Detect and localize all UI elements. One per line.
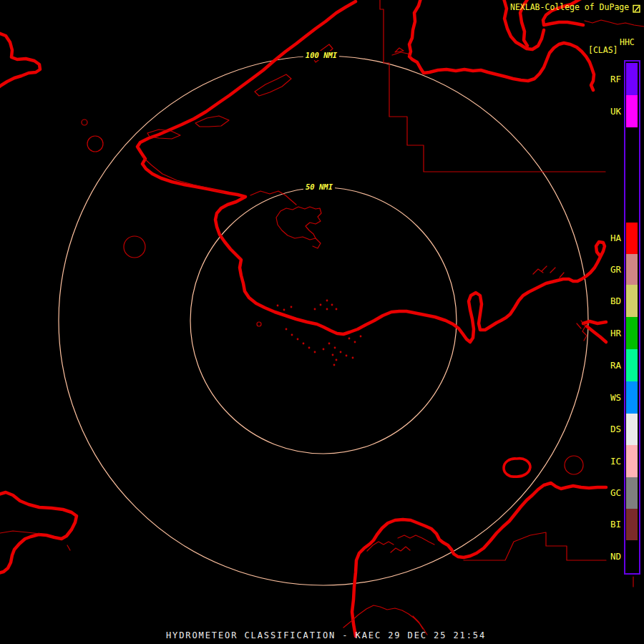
legend-swatch-IC — [626, 445, 638, 477]
legend-swatch-DS — [626, 414, 638, 445]
legend-swatch-BD — [626, 285, 638, 317]
legend-swatch-RA — [626, 349, 638, 381]
status-text: HYDROMETEOR CLASSIFICATION - KAEC 29 DEC… — [166, 630, 486, 640]
legend-swatch-HR — [626, 317, 638, 349]
product-tag: [CLAS] — [588, 45, 618, 55]
legend-label-BI: BI — [601, 519, 621, 530]
legend-swatch-GC — [626, 477, 638, 509]
boundaries-thin — [0, 0, 644, 635]
radar-screen: NEXLAB-College of DuPage HHC [CLAS] 100 … — [0, 0, 644, 644]
legend-swatch-HA — [626, 223, 638, 254]
legend-label-HA: HA — [601, 233, 621, 243]
legend-label-BD: BD — [601, 296, 621, 306]
legend-label-WS: WS — [601, 393, 621, 403]
legend-label-DS: DS — [601, 424, 621, 434]
legend-swatch-ND — [626, 540, 638, 572]
legend-swatch-WS — [626, 381, 638, 414]
legend-label-HR: HR — [601, 328, 621, 338]
legend-label-GC: GC — [601, 488, 621, 498]
nexlab-logo-icon — [633, 3, 641, 16]
legend-label-IC: IC — [601, 457, 621, 467]
range-label-100nmi: 100 NMI — [303, 51, 339, 60]
range-ring-50nmi — [190, 187, 457, 454]
radar-map — [0, 0, 644, 644]
legend-label-RF: RF — [601, 74, 621, 84]
legend-swatch-RF — [626, 63, 638, 95]
legend-swatch-UK — [626, 95, 638, 127]
product-code: HHC — [620, 37, 635, 47]
legend-swatch-GR — [626, 254, 638, 285]
legend-label-GR: GR — [601, 265, 621, 275]
legend-label-UK: UK — [601, 107, 621, 117]
legend-label-RA: RA — [601, 361, 621, 371]
legend-swatch-BI — [626, 509, 638, 540]
legend-label-ND: ND — [601, 552, 621, 562]
range-ring-100nmi — [59, 56, 588, 585]
range-label-50nmi: 50 NMI — [303, 182, 335, 192]
app-title: NEXLAB-College of DuPage — [510, 3, 629, 12]
